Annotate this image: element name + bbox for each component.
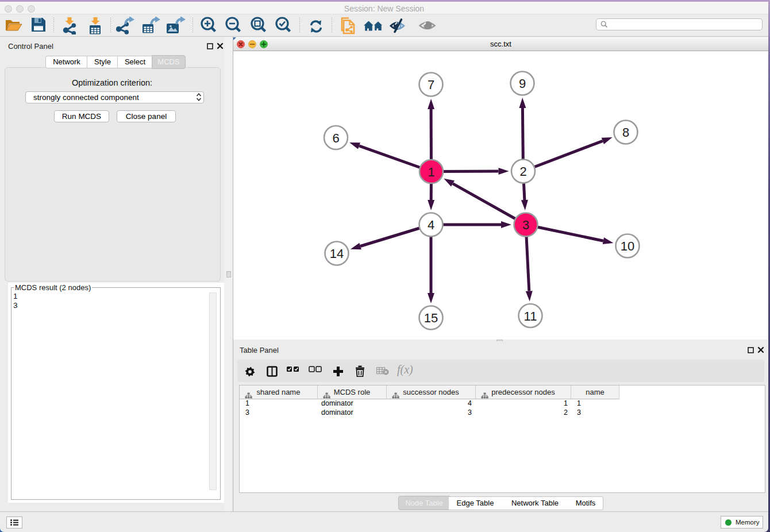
svg-text:15: 15 [424,311,438,325]
svg-text:6: 6 [332,131,339,145]
svg-text:11: 11 [524,309,537,323]
svg-text:8: 8 [622,125,629,140]
svg-text:3: 3 [522,218,529,232]
svg-text:7: 7 [428,78,434,92]
svg-text:9: 9 [519,76,526,91]
svg-text:10: 10 [621,239,634,253]
svg-text:4: 4 [428,218,434,232]
svg-text:1: 1 [428,165,434,179]
svg-text:2: 2 [519,164,526,179]
svg-text:14: 14 [330,246,344,261]
